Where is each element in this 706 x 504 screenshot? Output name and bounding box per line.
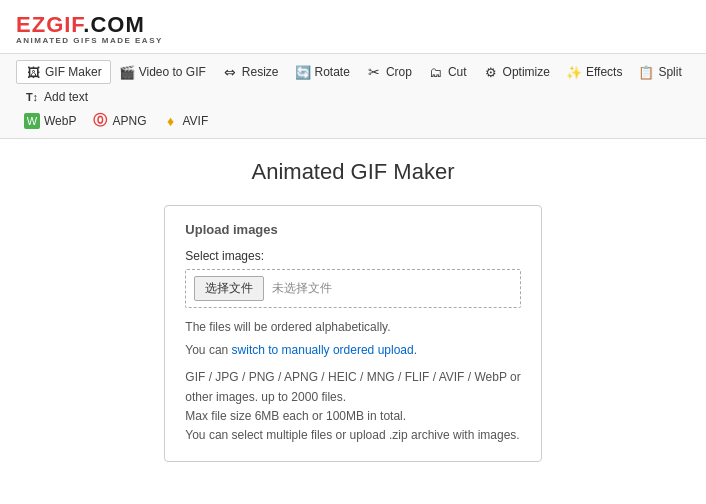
formats-line4: You can select multiple files or upload … <box>185 426 520 445</box>
nav-cut-label: Cut <box>448 65 467 79</box>
nav-add-text[interactable]: T↕ Add text <box>16 86 96 108</box>
nav-effects-label: Effects <box>586 65 622 79</box>
optimize-icon: ⚙ <box>483 64 499 80</box>
header: EZGIF.COM ANIMATED GIFS MADE EASY <box>0 0 706 53</box>
video-to-gif-icon: 🎬 <box>119 64 135 80</box>
effects-icon: ✨ <box>566 64 582 80</box>
nav-gif-maker[interactable]: 🖼 GIF Maker <box>16 60 111 84</box>
avif-icon: ♦ <box>162 113 178 129</box>
upload-card: Upload images Select images: 选择文件 未选择文件 … <box>164 205 541 462</box>
nav-video-to-gif-label: Video to GIF <box>139 65 206 79</box>
nav-webp[interactable]: W WebP <box>16 110 84 132</box>
rotate-icon: 🔄 <box>295 64 311 80</box>
select-images-label: Select images: <box>185 249 520 263</box>
page-title: Animated GIF Maker <box>16 159 690 185</box>
nav-resize-label: Resize <box>242 65 279 79</box>
nav-apng-label: APNG <box>112 114 146 128</box>
nav-row-2: W WebP ⓪ APNG ♦ AVIF <box>16 110 690 132</box>
nav-optimize-label: Optimize <box>503 65 550 79</box>
formats-line3: Max file size 6MB each or 100MB in total… <box>185 407 520 426</box>
nav-add-text-label: Add text <box>44 90 88 104</box>
main-content: Animated GIF Maker Upload images Select … <box>0 139 706 482</box>
apng-icon: ⓪ <box>92 113 108 129</box>
split-icon: 📋 <box>638 64 654 80</box>
nav-avif[interactable]: ♦ AVIF <box>154 110 216 132</box>
resize-icon: ⇔ <box>222 64 238 80</box>
webp-icon: W <box>24 113 40 129</box>
nav-apng[interactable]: ⓪ APNG <box>84 110 154 132</box>
formats-info: GIF / JPG / PNG / APNG / HEIC / MNG / FL… <box>185 368 520 445</box>
nav-rotate-label: Rotate <box>315 65 350 79</box>
formats-line1: GIF / JPG / PNG / APNG / HEIC / MNG / FL… <box>185 368 520 387</box>
nav-avif-label: AVIF <box>182 114 208 128</box>
file-input-area: 选择文件 未选择文件 <box>185 269 520 308</box>
navigation: 🖼 GIF Maker 🎬 Video to GIF ⇔ Resize 🔄 Ro… <box>0 53 706 139</box>
nav-row-1: 🖼 GIF Maker 🎬 Video to GIF ⇔ Resize 🔄 Ro… <box>16 60 690 108</box>
nav-split[interactable]: 📋 Split <box>630 61 689 83</box>
nav-crop[interactable]: ✂ Crop <box>358 61 420 83</box>
info-alphabetical: The files will be ordered alphabetically… <box>185 318 520 337</box>
nav-optimize[interactable]: ⚙ Optimize <box>475 61 558 83</box>
add-text-icon: T↕ <box>24 89 40 105</box>
crop-icon: ✂ <box>366 64 382 80</box>
nav-gif-maker-label: GIF Maker <box>45 65 102 79</box>
logo: EZGIF.COM <box>16 12 690 38</box>
nav-effects[interactable]: ✨ Effects <box>558 61 630 83</box>
nav-resize[interactable]: ⇔ Resize <box>214 61 287 83</box>
logo-tagline: ANIMATED GIFS MADE EASY <box>16 36 690 45</box>
nav-split-label: Split <box>658 65 681 79</box>
formats-line2: other images. up to 2000 files. <box>185 388 520 407</box>
info-manual-order: You can switch to manually ordered uploa… <box>185 341 520 360</box>
file-placeholder: 未选择文件 <box>264 280 332 297</box>
switch-to-manual-link[interactable]: switch to manually ordered upload <box>232 343 414 357</box>
nav-video-to-gif[interactable]: 🎬 Video to GIF <box>111 61 214 83</box>
cut-icon: 🗂 <box>428 64 444 80</box>
nav-crop-label: Crop <box>386 65 412 79</box>
nav-rotate[interactable]: 🔄 Rotate <box>287 61 358 83</box>
file-select-button[interactable]: 选择文件 <box>194 276 264 301</box>
gif-maker-icon: 🖼 <box>25 64 41 80</box>
upload-card-heading: Upload images <box>185 222 520 237</box>
nav-cut[interactable]: 🗂 Cut <box>420 61 475 83</box>
nav-webp-label: WebP <box>44 114 76 128</box>
